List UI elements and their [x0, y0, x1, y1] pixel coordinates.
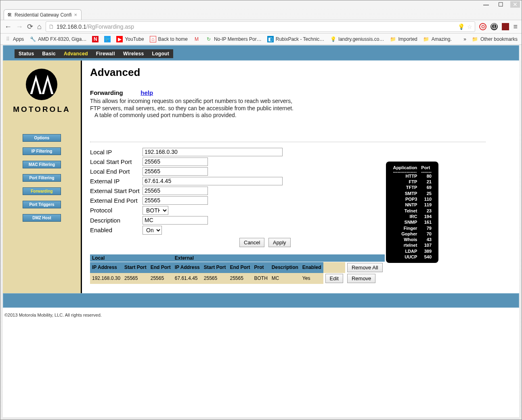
- motorola-logo-icon: [26, 69, 57, 100]
- sidebar-item-port-triggers[interactable]: Port Triggers: [23, 201, 61, 208]
- label-ext_start: External Start Port: [90, 187, 143, 194]
- home-button[interactable]: ⌂: [37, 23, 42, 31]
- remove-all-button[interactable]: Remove All: [347, 263, 383, 272]
- noip-icon: ↻: [205, 36, 212, 42]
- label-description: Description: [90, 217, 143, 224]
- bookmark-item[interactable]: ▶YouTube: [116, 36, 144, 42]
- remove-button[interactable]: Remove: [347, 274, 375, 283]
- bookmark-item[interactable]: ◧RubixPack - Technic…: [267, 36, 325, 42]
- top-menu-advanced[interactable]: Advanced: [60, 49, 92, 58]
- bookmark-overflow[interactable]: »: [463, 36, 466, 42]
- label-local_end: Local End Port: [90, 168, 143, 175]
- top-banner: StatusBasicAdvancedFirewallWirelessLogou…: [3, 45, 519, 61]
- window-maximize-button[interactable]: ☐: [496, 1, 505, 8]
- apps-button[interactable]: ⠿Apps: [4, 36, 24, 42]
- sidebar-item-mac-filtering[interactable]: MAC Filtering: [23, 161, 61, 168]
- top-menu-basic[interactable]: Basic: [38, 49, 60, 58]
- logo-text: MOTOROLA: [13, 105, 70, 114]
- forward-button[interactable]: →: [16, 23, 23, 31]
- bulb-icon: 💡: [330, 36, 336, 42]
- window-titlebar: ― ☐ ✕: [0, 0, 522, 8]
- sidebar-item-port-filtering[interactable]: Port Filtering: [23, 174, 61, 182]
- input-ext_start[interactable]: [143, 187, 208, 195]
- col-group-external: External: [173, 254, 252, 262]
- sidebar: MOTOROLA OptionsIP FilteringMAC Filterin…: [3, 61, 82, 293]
- apply-button[interactable]: Apply: [268, 238, 291, 247]
- sidebar-item-dmz-host[interactable]: DMZ Host: [23, 214, 61, 222]
- twitter-icon: 🐦: [104, 36, 111, 42]
- input-description[interactable]: [143, 216, 208, 225]
- tab-close-icon[interactable]: ×: [74, 12, 77, 18]
- browser-menu-button[interactable]: ≡: [513, 23, 518, 31]
- top-menu: StatusBasicAdvancedFirewallWirelessLogou…: [15, 49, 173, 58]
- label-enabled: Enabled: [90, 227, 143, 233]
- logo: MOTOROLA: [13, 69, 70, 114]
- top-menu-wireless[interactable]: Wireless: [119, 49, 148, 58]
- common-ports-box: ApplicationPort ----------------------- …: [386, 162, 438, 263]
- page-icon: 🗋: [48, 23, 54, 30]
- page-content: StatusBasicAdvancedFirewallWirelessLogou…: [3, 45, 519, 417]
- ext-icon-3[interactable]: [502, 23, 509, 30]
- window-minimize-button[interactable]: ―: [481, 1, 491, 8]
- input-enabled[interactable]: On: [143, 226, 162, 235]
- bookmarks-bar: ⠿Apps 🔧AMD FX-8320, Giga… N 🐦 ▶YouTube ⌂…: [0, 34, 522, 45]
- tab-title: Residential Gateway Confi: [15, 12, 71, 18]
- bookmark-icon: 🔧: [29, 36, 36, 42]
- top-menu-firewall[interactable]: Firewall: [92, 49, 119, 58]
- url-path: /RgForwarding.asp: [86, 23, 134, 30]
- ext-icon-1[interactable]: O: [479, 23, 486, 30]
- label-protocol: Protocol: [90, 207, 143, 214]
- sidebar-item-options[interactable]: Options: [23, 134, 61, 142]
- page-title: Advanced: [90, 66, 511, 79]
- other-bookmarks[interactable]: 📁Other bookmarks: [472, 36, 518, 42]
- browser-tab[interactable]: 🛠 Residential Gateway Confi ×: [4, 9, 82, 20]
- home-icon: ⌂: [150, 36, 156, 42]
- bookmark-item[interactable]: 🔧AMD FX-8320, Giga…: [29, 36, 86, 42]
- input-local_start[interactable]: [143, 158, 208, 166]
- sidebar-item-forwarding[interactable]: Forwarding: [23, 187, 61, 195]
- bookmark-folder[interactable]: 📁Amazing.: [423, 36, 452, 42]
- cancel-button[interactable]: Cancel: [239, 238, 264, 247]
- sidebar-item-ip-filtering[interactable]: IP Filtering: [23, 147, 61, 155]
- folder-icon: 📁: [423, 36, 430, 42]
- copyright: ©2013 Motorola Mobility, LLC. All rights…: [3, 308, 519, 322]
- label-local_ip: Local IP: [90, 149, 143, 155]
- input-ext_ip[interactable]: [143, 177, 283, 185]
- window-close-button[interactable]: ✕: [510, 1, 520, 8]
- input-ext_end[interactable]: [143, 196, 208, 205]
- folder-icon: 📁: [390, 36, 396, 42]
- bookmark-folder[interactable]: 📁Imported: [390, 36, 417, 42]
- edit-button[interactable]: Edit: [325, 274, 343, 283]
- bookmark-item[interactable]: 🐦: [104, 36, 111, 42]
- bottom-banner: [3, 293, 519, 308]
- top-menu-status[interactable]: Status: [15, 49, 38, 58]
- forwarding-table: Local External IP AddressStart PortEnd P…: [90, 254, 385, 284]
- label-local_start: Local Start Port: [90, 158, 143, 165]
- bookmark-item[interactable]: ⌂Back to home: [150, 36, 188, 42]
- input-protocol[interactable]: BOTH: [143, 206, 168, 215]
- bookmark-item[interactable]: ↻No-IP Members Por…: [205, 36, 262, 42]
- bulb-icon[interactable]: 💡: [458, 23, 465, 30]
- rubix-icon: ◧: [267, 36, 274, 42]
- help-link[interactable]: help: [140, 89, 153, 96]
- url-bar[interactable]: 🗋 192.168.0.1/RgForwarding.asp 💡 ☆: [46, 21, 476, 32]
- folder-icon: 📁: [472, 36, 478, 42]
- divider: [90, 142, 486, 142]
- section-description: This allows for incoming requests on spe…: [90, 98, 300, 119]
- browser-tab-strip: 🛠 Residential Gateway Confi ×: [0, 8, 522, 20]
- apps-icon: ⠿: [4, 36, 11, 42]
- wrench-icon: 🛠: [7, 12, 12, 18]
- star-icon[interactable]: ☆: [467, 23, 472, 30]
- back-button[interactable]: ←: [4, 23, 12, 31]
- bookmark-item[interactable]: 💡landry.geniussis.co…: [330, 36, 384, 42]
- reload-button[interactable]: ⟳: [27, 22, 33, 31]
- top-menu-logout[interactable]: Logout: [148, 49, 173, 58]
- main-panel: Advanced Forwarding help This allows for…: [82, 61, 519, 293]
- input-local_ip[interactable]: [143, 148, 283, 156]
- col-group-local: Local: [90, 254, 173, 262]
- input-local_end[interactable]: [143, 167, 208, 176]
- bookmark-item[interactable]: M: [193, 36, 200, 42]
- bookmark-item[interactable]: N: [92, 36, 99, 42]
- youtube-icon: ▶: [116, 36, 123, 42]
- ext-icon-2[interactable]: ⓘ: [491, 23, 498, 30]
